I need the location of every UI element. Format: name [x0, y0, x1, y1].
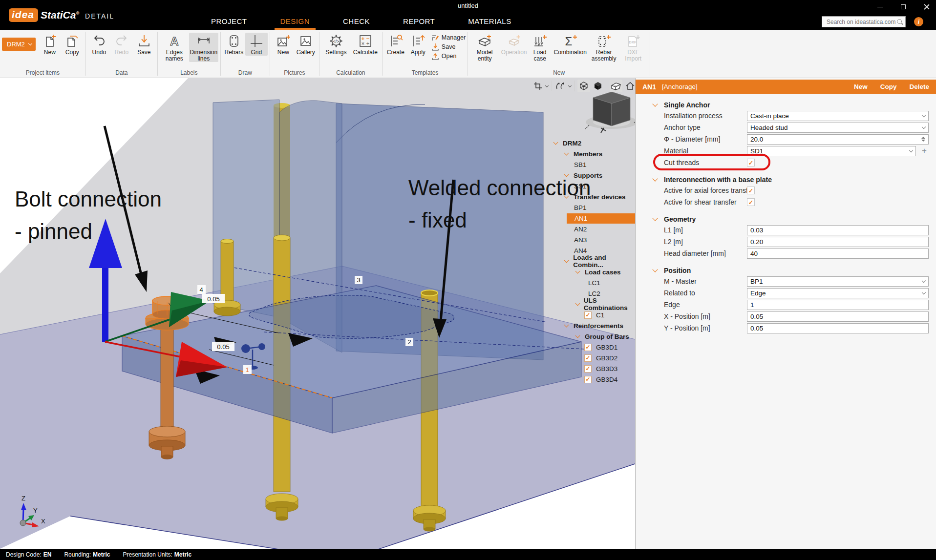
tree-item-load-cases[interactable]: Load cases [546, 267, 635, 277]
clipped-view-button[interactable] [610, 80, 622, 92]
chevron-down-icon[interactable] [574, 303, 584, 305]
axial-transfer-checkbox[interactable] [747, 187, 755, 194]
l2-input[interactable]: 0.20 [747, 237, 929, 247]
add-material-button[interactable]: + [922, 146, 927, 156]
tree-item-gb3d4[interactable]: GB3D4 [546, 374, 635, 385]
chevron-down-icon[interactable] [563, 325, 574, 327]
maximize-button[interactable] [898, 2, 909, 12]
tree-item-bp1[interactable]: BP1 [546, 202, 635, 213]
gallery-button[interactable]: Gallery [295, 33, 317, 56]
tree-item-an1-selected[interactable]: AN1 [546, 213, 635, 224]
checkbox-checked-icon[interactable] [584, 344, 592, 351]
panel-new-button[interactable]: New [854, 83, 868, 90]
save-button[interactable]: Save [133, 33, 155, 56]
spinner-arrows-icon[interactable] [921, 137, 925, 142]
material-select[interactable]: SD1 [747, 146, 916, 156]
tab-report[interactable]: REPORT [397, 13, 441, 30]
chevron-down-icon[interactable] [545, 83, 549, 87]
chevron-down-icon[interactable] [552, 142, 563, 144]
tree-item-ss1[interactable]: SS1 [546, 181, 635, 191]
search-icon[interactable] [896, 19, 903, 25]
tree-item-an3[interactable]: AN3 [546, 234, 635, 245]
tree-item-group-of-bars[interactable]: Group of Bars [546, 331, 635, 342]
checkbox-checked-icon[interactable] [584, 354, 592, 362]
diameter-input[interactable]: 20.0 [747, 134, 929, 145]
related-to-select[interactable]: Edge [747, 288, 929, 298]
new-picture-button[interactable]: New [272, 33, 295, 56]
y-position-input[interactable]: 0.05 [747, 323, 929, 333]
checkbox-checked-icon[interactable] [584, 365, 592, 373]
edges-names-button[interactable]: A Edges names [160, 33, 189, 62]
panel-copy-button[interactable]: Copy [880, 83, 897, 90]
chevron-down-icon[interactable] [563, 260, 573, 262]
new-project-item-button[interactable]: New [39, 33, 61, 56]
search-input[interactable] [826, 18, 896, 26]
info-icon[interactable]: i [914, 17, 923, 26]
viewport-3d[interactable]: 4 0.05 0.05 1 3 2 [0, 78, 635, 549]
section-interconnection[interactable]: Interconnection with a base plate [653, 175, 936, 185]
rotate-view-button[interactable] [554, 80, 567, 92]
checkbox-checked-icon[interactable] [584, 376, 592, 383]
tree-item-gb3d2[interactable]: GB3D2 [546, 353, 635, 363]
tab-project[interactable]: PROJECT [205, 13, 253, 30]
wireframe-view-button[interactable] [577, 80, 590, 92]
section-position[interactable]: Position [653, 266, 936, 275]
tree-item-lc1[interactable]: LC1 [546, 277, 635, 288]
head-diameter-input[interactable]: 40 [747, 249, 929, 259]
installation-process-select[interactable]: Cast-in place [747, 111, 929, 121]
chevron-down-icon[interactable] [568, 83, 572, 87]
minimize-button[interactable] [874, 2, 885, 12]
web-search-box[interactable] [822, 16, 906, 27]
copy-project-item-button[interactable]: Copy [61, 33, 84, 56]
panel-delete-button[interactable]: Delete [909, 83, 929, 90]
section-single-anchor[interactable]: Single Anchor [653, 100, 936, 110]
template-manager-button[interactable]: Manager [431, 34, 466, 41]
tab-check[interactable]: CHECK [337, 13, 376, 30]
tree-item-sb1[interactable]: SB1 [546, 159, 635, 170]
chevron-down-icon[interactable] [563, 196, 574, 198]
template-open-button[interactable]: Open [431, 52, 466, 60]
dimension-lines-button[interactable]: Dimension lines [189, 33, 218, 62]
settings-button[interactable]: </> Settings [321, 33, 351, 56]
tree-item-transfer-devices[interactable]: Transfer devices [546, 191, 635, 202]
section-geometry[interactable]: Geometry [653, 214, 936, 224]
checkbox-checked-icon[interactable] [584, 311, 592, 319]
model-entity-button[interactable]: Model entity [470, 33, 499, 62]
tree-item-drm2[interactable]: DRM2 [546, 138, 635, 148]
tree-item-supports[interactable]: Supports [546, 170, 635, 181]
rebar-assembly-button[interactable]: Rebar assembly [589, 33, 618, 62]
shear-transfer-checkbox[interactable] [747, 198, 755, 206]
chevron-down-icon[interactable] [563, 153, 574, 155]
edge-input[interactable]: 1 [747, 300, 929, 310]
undo-button[interactable]: Undo [88, 33, 110, 56]
chevron-down-icon[interactable] [563, 174, 574, 176]
rebars-button[interactable]: Rebars [223, 33, 245, 56]
template-save-button[interactable]: Save [431, 43, 466, 51]
tree-item-c1[interactable]: C1 [546, 310, 635, 320]
cut-threads-checkbox[interactable] [747, 159, 755, 166]
tree-item-uls-combinations[interactable]: ULS Combinations [546, 299, 635, 310]
grid-button[interactable]: Grid [245, 33, 268, 56]
tree-item-members[interactable]: Members [546, 148, 635, 159]
anchor-type-select[interactable]: Headed stud [747, 123, 929, 133]
tree-item-an2[interactable]: AN2 [546, 224, 635, 234]
calculate-button[interactable]: +−×÷ Calculate [351, 33, 380, 56]
master-select[interactable]: BP1 [747, 276, 929, 287]
tree-item-loads[interactable]: Loads and Combin... [546, 256, 635, 267]
tree-item-gb3d3[interactable]: GB3D3 [546, 363, 635, 374]
template-create-button[interactable]: Create [384, 33, 407, 56]
tree-item-reinforcements[interactable]: Reinforcements [546, 320, 635, 331]
load-case-button[interactable]: Load case [529, 33, 551, 62]
tree-item-gb3d1[interactable]: GB3D1 [546, 342, 635, 353]
l1-input[interactable]: 0.03 [747, 225, 929, 235]
tab-materials[interactable]: MATERIALS [462, 13, 517, 30]
chevron-down-icon[interactable] [574, 271, 585, 273]
project-item-selector[interactable]: DRM2 [2, 38, 36, 51]
chevron-down-icon[interactable] [574, 335, 585, 337]
section-crop-button[interactable] [532, 80, 544, 92]
close-button[interactable] [921, 2, 932, 12]
x-position-input[interactable]: 0.05 [747, 311, 929, 322]
template-apply-button[interactable]: Apply [407, 33, 429, 56]
combination-button[interactable]: Σ Combination [551, 33, 589, 56]
tab-design[interactable]: DESIGN [275, 13, 316, 30]
